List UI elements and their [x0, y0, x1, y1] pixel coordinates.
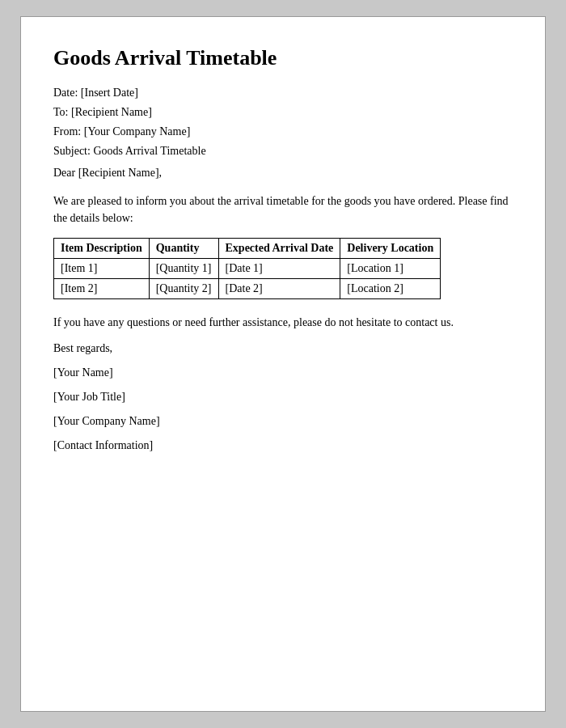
contact-info: [Contact Information]	[53, 439, 513, 452]
table-cell-0-2: [Date 1]	[218, 259, 340, 279]
col-header-item-description: Item Description	[54, 239, 150, 259]
table-cell-0-3: [Location 1]	[340, 259, 441, 279]
table-cell-1-3: [Location 2]	[340, 279, 441, 299]
table-header-row: Item Description Quantity Expected Arriv…	[54, 239, 441, 259]
intro-text: We are pleased to inform you about the a…	[53, 193, 513, 226]
to-line: To: [Recipient Name]	[53, 106, 513, 119]
table-cell-1-1: [Quantity 2]	[149, 279, 218, 299]
date-line: Date: [Insert Date]	[53, 87, 513, 99]
best-regards: Best regards,	[53, 342, 513, 355]
table-row: [Item 1][Quantity 1][Date 1][Location 1]	[54, 259, 441, 279]
page-title: Goods Arrival Timetable	[53, 46, 513, 70]
arrival-table-wrapper: Item Description Quantity Expected Arriv…	[53, 238, 513, 299]
table-cell-0-0: [Item 1]	[54, 259, 150, 279]
col-header-delivery-location: Delivery Location	[340, 239, 441, 259]
table-cell-1-2: [Date 2]	[218, 279, 340, 299]
your-company: [Your Company Name]	[53, 415, 513, 428]
closing-text: If you have any questions or need furthe…	[53, 314, 513, 331]
your-name: [Your Name]	[53, 366, 513, 379]
col-header-quantity: Quantity	[149, 239, 218, 259]
subject-line: Subject: Goods Arrival Timetable	[53, 145, 513, 158]
table-cell-1-0: [Item 2]	[54, 279, 150, 299]
document-page: Goods Arrival Timetable Date: [Insert Da…	[20, 16, 546, 712]
arrival-table: Item Description Quantity Expected Arriv…	[53, 238, 441, 299]
from-line: From: [Your Company Name]	[53, 125, 513, 138]
col-header-arrival-date: Expected Arrival Date	[218, 239, 340, 259]
table-row: [Item 2][Quantity 2][Date 2][Location 2]	[54, 279, 441, 299]
salutation: Dear [Recipient Name],	[53, 164, 513, 181]
table-cell-0-1: [Quantity 1]	[149, 259, 218, 279]
your-job-title: [Your Job Title]	[53, 391, 513, 404]
